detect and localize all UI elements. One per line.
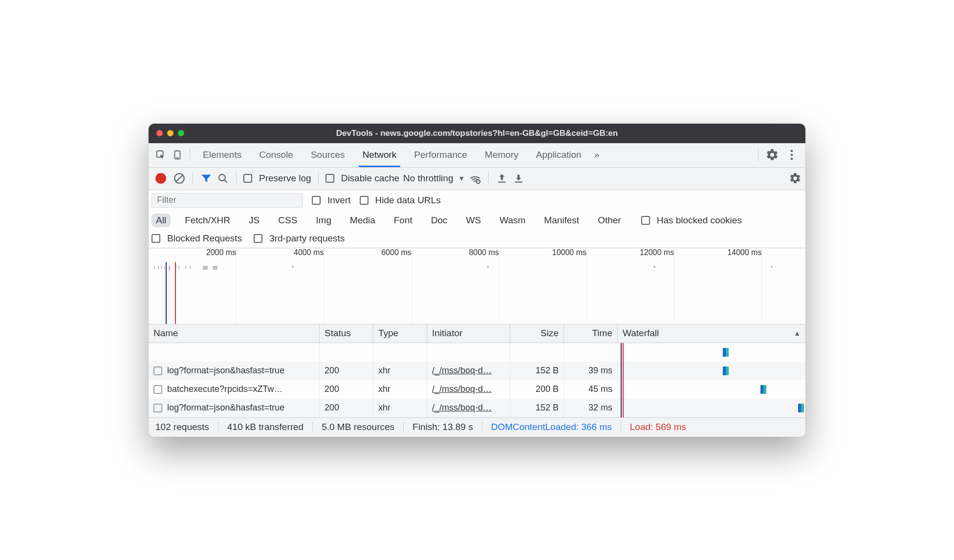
svg-point-3 xyxy=(791,150,793,152)
invert-check[interactable]: Invert xyxy=(312,195,351,206)
inspect-element-icon[interactable] xyxy=(155,150,166,160)
upload-har-icon[interactable] xyxy=(496,172,508,185)
status-dcl: DOMContentLoaded: 366 ms xyxy=(491,422,612,432)
table-row[interactable]: log?format=json&hasfast=true200xhr/_/mss… xyxy=(149,362,805,380)
filter-type-all[interactable]: All xyxy=(152,214,171,227)
divider xyxy=(318,172,319,185)
table-row[interactable]: log?format=json&hasfast=true200xhr/_/mss… xyxy=(149,399,805,417)
request-initiator[interactable]: /_/mss/boq-d… xyxy=(427,380,510,399)
record-button[interactable] xyxy=(155,173,166,184)
hide-data-urls-check[interactable]: Hide data URLs xyxy=(360,195,441,206)
col-type[interactable]: Type xyxy=(373,324,427,343)
request-size: 152 B xyxy=(510,362,564,380)
has-blocked-cookies-check[interactable]: Has blocked cookies xyxy=(641,215,742,226)
status-load: Load: 569 ms xyxy=(630,422,686,432)
tab-sources[interactable]: Sources xyxy=(302,143,354,167)
table-row[interactable]: batchexecute?rpcids=xZTw…200xhr/_/mss/bo… xyxy=(149,380,805,399)
divider xyxy=(193,172,193,185)
devtools-tabstrip: ElementsConsoleSourcesNetworkPerformance… xyxy=(149,143,805,168)
divider xyxy=(488,172,489,185)
filter-type-font[interactable]: Font xyxy=(390,214,417,227)
svg-rect-12 xyxy=(515,182,522,183)
table-row-ghost xyxy=(149,343,805,362)
resource-type-filters: AllFetch/XHRJSCSSImgMediaFontDocWSWasmMa… xyxy=(152,214,802,227)
col-status[interactable]: Status xyxy=(320,324,373,343)
kebab-menu-icon[interactable] xyxy=(785,148,799,162)
overview-load-marker xyxy=(175,262,176,324)
disable-cache-checkbox[interactable] xyxy=(325,174,334,183)
col-initiator[interactable]: Initiator xyxy=(427,324,510,343)
tab-console[interactable]: Console xyxy=(250,143,302,167)
clear-icon[interactable] xyxy=(173,172,186,185)
throttling-value: No throttling xyxy=(403,173,453,184)
row-checkbox-icon[interactable] xyxy=(153,385,162,394)
filter-type-manifest[interactable]: Manifest xyxy=(540,214,584,227)
request-time: 45 ms xyxy=(564,380,618,399)
svg-point-8 xyxy=(219,174,225,181)
col-name[interactable]: Name xyxy=(149,324,320,343)
device-toggle-icon[interactable] xyxy=(172,150,183,160)
tab-application[interactable]: Application xyxy=(527,143,590,167)
overview-dcl-marker xyxy=(166,262,167,324)
network-toolbar: Preserve log Disable cache No throttling… xyxy=(149,168,805,190)
overview-tick: 8000 ms xyxy=(469,248,499,257)
request-initiator[interactable]: /_/mss/boq-d… xyxy=(427,399,510,417)
network-overview[interactable]: 2000 ms4000 ms6000 ms8000 ms10000 ms1200… xyxy=(149,248,805,324)
tab-memory[interactable]: Memory xyxy=(476,143,527,167)
blocked-requests-check[interactable]: Blocked Requests xyxy=(152,233,242,244)
filter-type-media[interactable]: Media xyxy=(346,214,380,227)
tab-performance[interactable]: Performance xyxy=(405,143,476,167)
request-type: xhr xyxy=(373,380,427,399)
request-status: 200 xyxy=(320,362,373,380)
filter-type-js[interactable]: JS xyxy=(244,214,264,227)
hide-data-urls-checkbox-icon xyxy=(360,196,369,205)
overview-tick: 4000 ms xyxy=(294,248,324,257)
filter-type-fetch-xhr[interactable]: Fetch/XHR xyxy=(180,214,235,227)
network-conditions-icon[interactable] xyxy=(469,172,481,185)
hide-data-urls-label: Hide data URLs xyxy=(375,195,441,206)
has-blocked-cookies-label: Has blocked cookies xyxy=(657,215,742,226)
settings-gear-icon[interactable] xyxy=(765,148,779,162)
status-finish: Finish: 13.89 s xyxy=(412,422,473,432)
network-settings-gear-icon[interactable] xyxy=(789,172,802,185)
more-tabs-button[interactable]: » xyxy=(590,143,604,167)
filter-type-doc[interactable]: Doc xyxy=(427,214,452,227)
svg-point-5 xyxy=(791,158,793,160)
third-party-label: 3rd-party requests xyxy=(269,233,345,244)
overview-tick: 14000 ms xyxy=(727,248,761,257)
has-blocked-cookies-checkbox-icon xyxy=(641,216,650,225)
col-waterfall[interactable]: Waterfall▲ xyxy=(618,324,805,343)
download-har-icon[interactable] xyxy=(512,172,525,185)
third-party-check[interactable]: 3rd-party requests xyxy=(254,233,345,244)
overview-tick: 6000 ms xyxy=(381,248,411,257)
filter-type-ws[interactable]: WS xyxy=(462,214,486,227)
preserve-log-checkbox[interactable] xyxy=(243,174,252,183)
window-title: DevTools - news.google.com/topstories?hl… xyxy=(336,129,618,138)
search-icon[interactable] xyxy=(217,172,229,185)
filter-type-wasm[interactable]: Wasm xyxy=(495,214,530,227)
request-size: 152 B xyxy=(510,399,564,417)
col-time[interactable]: Time xyxy=(564,324,618,343)
request-waterfall xyxy=(618,399,805,417)
tab-elements[interactable]: Elements xyxy=(194,143,250,167)
preserve-log-label: Preserve log xyxy=(259,173,311,184)
filter-type-img[interactable]: Img xyxy=(311,214,336,227)
request-status: 200 xyxy=(320,399,373,417)
panel-tabs: ElementsConsoleSourcesNetworkPerformance… xyxy=(194,143,590,167)
svg-line-7 xyxy=(176,175,183,182)
close-window-icon[interactable] xyxy=(156,130,163,136)
divider xyxy=(758,149,759,161)
status-resources: 5.0 MB resources xyxy=(322,422,394,432)
row-checkbox-icon[interactable] xyxy=(153,366,162,375)
filter-funnel-icon[interactable] xyxy=(200,172,213,185)
filter-input[interactable] xyxy=(152,193,303,208)
filter-type-other[interactable]: Other xyxy=(593,214,626,227)
request-initiator[interactable]: /_/mss/boq-d… xyxy=(427,362,510,380)
filter-type-css[interactable]: CSS xyxy=(274,214,302,227)
col-size[interactable]: Size xyxy=(510,324,564,343)
row-checkbox-icon[interactable] xyxy=(153,404,162,412)
throttling-select[interactable]: No throttling ▼ xyxy=(403,173,465,184)
maximize-window-icon[interactable] xyxy=(178,130,184,136)
minimize-window-icon[interactable] xyxy=(167,130,173,136)
tab-network[interactable]: Network xyxy=(354,143,406,167)
